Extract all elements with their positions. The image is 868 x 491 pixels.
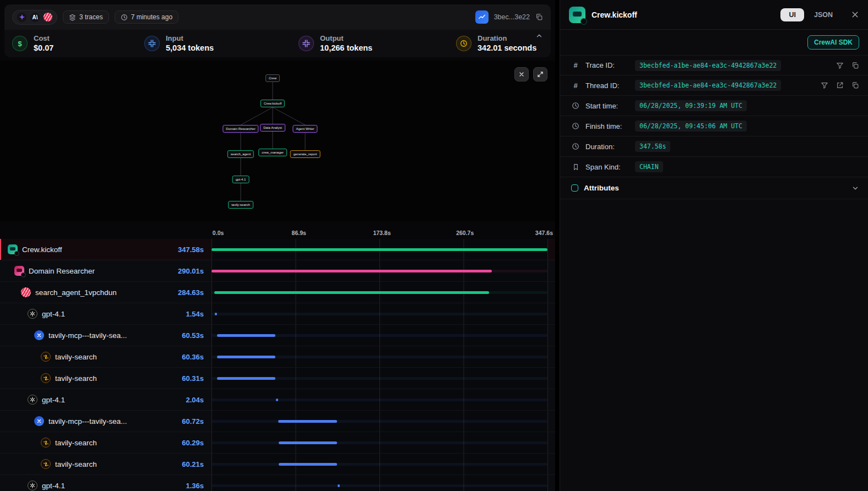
graph-node[interactable]: search_agent [227,150,254,158]
agent-icon [14,266,24,276]
span-row[interactable]: tavily-mcp---tavily-sea... 60.72s [0,411,555,432]
span-row[interactable]: tavily-mcp---tavily-sea... 60.53s [0,325,555,346]
span-name: gpt-4.1 [42,482,65,490]
graph-node[interactable]: generate_report [290,150,321,158]
copy-icon[interactable] [535,13,543,21]
attributes-section[interactable]: Attributes [560,177,868,199]
time-ago-badge[interactable]: 7 minutes ago [115,10,178,24]
copy-icon[interactable] [851,62,859,69]
graph-node[interactable]: Agent Writer [292,125,317,133]
trace-main-panel: A\ 3 traces 7 minutes ago 3bec...3e22 [0,0,555,491]
arrows-in-icon [144,36,160,51]
graph-node[interactable]: gpt-4.1 [232,176,249,183]
span-row[interactable]: gpt-4.1 1.36s [0,475,555,491]
span-duration: 60.72s [182,417,204,425]
field-label: Thread ID: [585,81,630,90]
tavily-search-icon [41,352,51,362]
span-row[interactable]: Domain Researcher 290.01s [0,260,555,282]
field-start-time: Start time: 06/28/2025, 09:39:19 AM UTC [560,96,868,116]
graph-node[interactable]: Crew.kickoff [261,100,285,107]
span-row[interactable]: tavily-search 60.29s [0,432,555,454]
stat-output: Output 10,266 tokens [299,34,456,53]
hash-icon: # [571,61,580,69]
dollar-icon: $ [12,36,28,51]
bar-track [211,313,547,315]
field-value: 3becbfed-a1be-ae84-ea3c-4942867a3e22 [635,60,781,71]
clock-icon [121,14,128,21]
span-row[interactable]: search_agent_1vpchdun 284.63s [0,282,555,303]
details-title: Crew.kickoff [592,10,637,19]
span-bar-track [211,389,548,410]
stat-value: 342.01 seconds [478,43,536,53]
field-label: Duration: [585,143,630,151]
span-row[interactable]: gpt-4.1 1.54s [0,303,555,325]
tab-ui[interactable]: UI [780,8,804,21]
axis-tick: 347.6s [535,230,553,236]
close-icon[interactable] [851,10,859,19]
stat-value: 10,266 tokens [320,43,372,53]
trace-graph[interactable]: CrewCrew.kickoffDomain ResearcherData An… [0,61,555,221]
span-row[interactable]: gpt-4.1 2.04s [0,389,555,411]
crewai-icon [8,244,18,254]
time-ago-label: 7 minutes ago [131,13,172,21]
chevron-up-icon[interactable] [535,32,543,42]
mcp-tool-icon [34,330,44,340]
chart-icon[interactable] [475,10,489,24]
stat-cost: $ Cost $0.07 [12,34,144,53]
tab-json[interactable]: JSON [807,8,839,21]
graph-node[interactable]: Crew [265,74,280,82]
field-label: Finish time: [585,122,630,130]
graph-node[interactable]: tavily-search [228,201,253,209]
filter-icon[interactable] [836,62,844,69]
filter-icon[interactable] [821,81,828,89]
graph-node[interactable]: Data Analyst [260,124,285,132]
bar-track [211,484,547,487]
bar-track [211,463,547,466]
traces-count-badge[interactable]: 3 traces [63,10,109,24]
expand-graph-icon[interactable] [533,67,547,81]
openai-icon [28,395,37,405]
span-bar [211,270,492,272]
openai-icon [28,309,37,319]
details-header: Crew.kickoff UI JSON [560,0,868,30]
span-bar [217,377,275,380]
span-row[interactable]: tavily-search 60.36s [0,346,555,368]
span-duration: 1.54s [186,310,204,318]
field-value: 347.58s [635,141,670,152]
clock-icon [571,102,580,110]
layers-icon [69,14,76,21]
span-duration: 60.31s [182,374,204,383]
clock-icon [456,36,471,51]
clock-icon [571,122,580,130]
span-bar-track [211,260,548,281]
attributes-icon [571,184,578,192]
span-row[interactable]: tavily-search 60.21s [0,454,555,475]
graph-node[interactable]: Domain Researcher [223,125,258,133]
view-toggle: UI JSON [780,8,839,21]
span-bar-track [211,346,548,367]
trace-topbar: A\ 3 traces 7 minutes ago 3bec...3e22 [4,4,551,30]
span-bar-track [211,303,548,324]
stat-value: 5,034 tokens [166,43,214,53]
bar-track [211,399,547,401]
span-duration: 60.53s [182,331,204,340]
span-row[interactable]: tavily-search 60.31s [0,368,555,389]
close-graph-icon[interactable] [514,67,529,81]
span-name: tavily-mcp---tavily-sea... [48,417,127,425]
crewai-icon [569,7,585,23]
field-duration: Duration: 347.58s [560,137,868,157]
span-bar [217,334,275,337]
span-duration: 284.63s [178,288,204,297]
attributes-label: Attributes [584,184,619,192]
span-name: tavily-search [55,353,97,361]
span-duration: 60.36s [182,353,204,361]
stat-label: Input [166,34,214,43]
field-value: CHAIN [635,161,663,172]
provider-icons: A\ [12,10,57,25]
copy-icon[interactable] [851,81,859,89]
graph-node[interactable]: crew_manager [258,149,287,156]
external-link-icon[interactable] [836,81,844,89]
span-bar-track [211,368,548,389]
span-row[interactable]: Crew.kickoff 347.58s [0,239,555,260]
span-duration: 2.04s [186,396,204,404]
